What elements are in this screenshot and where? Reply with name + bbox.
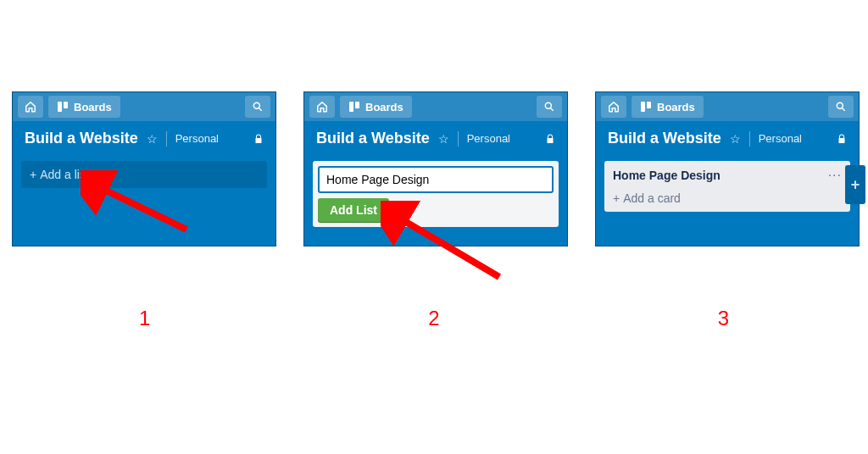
board-header: Build a Website ☆ Personal (304, 121, 567, 156)
add-card-button[interactable]: +Add a card (611, 188, 843, 205)
trello-icon (348, 101, 360, 113)
home-icon (316, 101, 328, 113)
board-content: Add List (304, 156, 567, 246)
list-header: Home Page Design ··· (611, 166, 843, 188)
divider (166, 131, 167, 147)
boards-label: Boards (74, 101, 112, 114)
divider (458, 131, 459, 147)
step-3-label: 3 (579, 307, 868, 330)
board-panel-1: Boards Build a Website ☆ Personal +Add a… (12, 91, 276, 246)
visibility-label[interactable]: Personal (467, 132, 510, 145)
divider (749, 131, 750, 147)
trello-icon (640, 101, 652, 113)
board-title[interactable]: Build a Website (316, 130, 430, 147)
lock-icon[interactable] (545, 134, 555, 144)
board-content: Home Page Design ··· +Add a card (596, 156, 859, 232)
trello-icon (57, 101, 69, 113)
add-another-list-button[interactable]: + (845, 165, 865, 204)
board-header: Build a Website ☆ Personal (13, 121, 275, 156)
boards-button[interactable]: Boards (632, 96, 704, 118)
board-title[interactable]: Build a Website (25, 130, 138, 147)
plus-icon: + (613, 191, 620, 205)
visibility-label[interactable]: Personal (759, 132, 802, 145)
star-icon[interactable]: ☆ (438, 132, 449, 146)
board-content: +Add a list (13, 156, 275, 232)
boards-label: Boards (365, 101, 403, 114)
search-icon (252, 101, 264, 113)
step-labels: 1 2 3 (0, 307, 868, 330)
boards-button[interactable]: Boards (48, 96, 120, 118)
svg-point-4 (545, 102, 551, 108)
board-header: Build a Website ☆ Personal (596, 121, 859, 156)
star-icon[interactable]: ☆ (147, 132, 158, 146)
plus-icon: + (30, 168, 36, 181)
search-icon (835, 101, 847, 113)
home-button[interactable] (601, 96, 626, 118)
search-button[interactable] (245, 96, 270, 118)
lock-icon[interactable] (253, 134, 264, 144)
svg-line-9 (842, 108, 844, 110)
search-button[interactable] (828, 96, 854, 118)
search-button[interactable] (537, 96, 562, 118)
home-icon (25, 101, 36, 113)
svg-point-0 (253, 102, 259, 108)
svg-line-5 (550, 108, 553, 110)
list-name-input[interactable] (318, 166, 554, 193)
home-icon (608, 101, 620, 113)
add-card-label: Add a card (623, 191, 681, 205)
step-1-label: 1 (0, 307, 289, 330)
svg-point-8 (837, 102, 843, 108)
add-list-button[interactable]: Add List (318, 198, 389, 222)
boards-button[interactable]: Boards (340, 96, 412, 118)
list-menu-icon[interactable]: ··· (828, 168, 842, 183)
topbar: Boards (13, 92, 275, 121)
home-button[interactable] (18, 96, 43, 118)
list: Home Page Design ··· +Add a card (604, 161, 850, 212)
topbar: Boards (304, 92, 567, 121)
topbar: Boards (596, 92, 859, 121)
home-button[interactable] (309, 96, 335, 118)
add-list-placeholder[interactable]: +Add a list (21, 161, 267, 188)
search-icon (543, 101, 555, 113)
step-2-label: 2 (289, 307, 578, 330)
lock-icon[interactable] (837, 134, 847, 144)
board-title[interactable]: Build a Website (608, 130, 721, 147)
boards-label: Boards (657, 101, 695, 114)
board-panel-3: Boards Build a Website ☆ Personal Home P… (595, 91, 860, 246)
board-panel-2: Boards Build a Website ☆ Personal Add Li… (303, 91, 568, 246)
star-icon[interactable]: ☆ (730, 132, 741, 146)
visibility-label[interactable]: Personal (175, 132, 219, 145)
list-composer: Add List (313, 161, 559, 227)
svg-line-1 (259, 108, 261, 110)
add-list-label: Add a list (40, 168, 89, 181)
list-title[interactable]: Home Page Design (613, 169, 721, 182)
